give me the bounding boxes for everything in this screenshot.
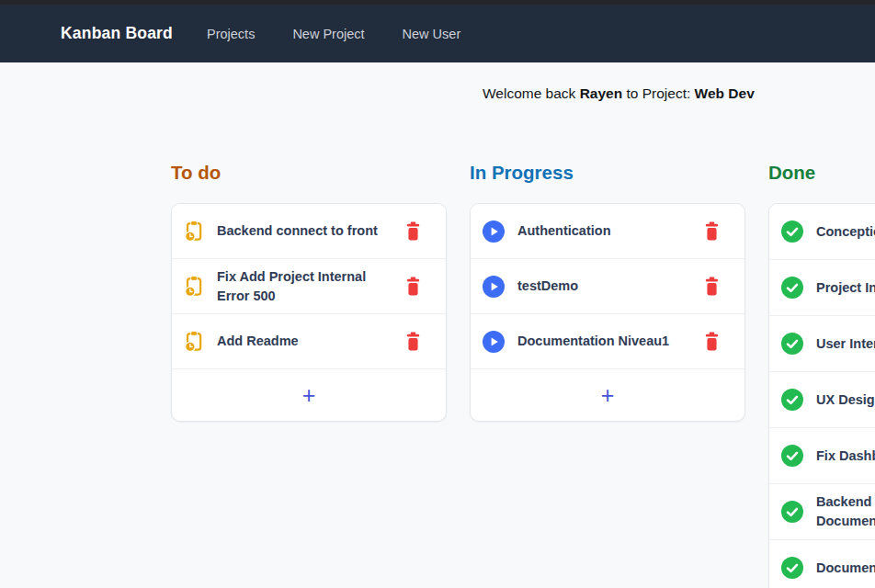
task-row[interactable]: testDemo xyxy=(471,259,744,314)
task-label: Fix Dashboard xyxy=(816,447,875,466)
welcome-project-name: Web Dev xyxy=(695,85,755,101)
clipboard-clock-icon xyxy=(184,330,204,353)
task-list-done: Conception Project Init xyxy=(768,203,875,588)
task-list-in-progress: Authentication testDemo xyxy=(470,203,745,422)
play-circle-icon xyxy=(483,220,505,243)
task-label: Backend connect to front xyxy=(217,221,378,241)
trash-icon xyxy=(404,220,422,242)
nav-links: Projects New Project New User xyxy=(207,27,460,41)
task-row[interactable]: Fix Add Project Internal Error 500 xyxy=(172,259,446,314)
trash-icon xyxy=(404,276,422,297)
delete-task-button[interactable] xyxy=(404,276,423,298)
column-title-in-progress: In Progress xyxy=(470,161,745,184)
nav-link-new-project[interactable]: New Project xyxy=(292,27,364,41)
delete-task-button[interactable] xyxy=(703,331,722,353)
task-row[interactable]: Authentication xyxy=(471,204,744,259)
task-label: testDemo xyxy=(517,277,578,296)
check-circle-icon xyxy=(781,445,803,467)
trash-icon xyxy=(703,331,721,352)
clipboard-clock-icon xyxy=(184,275,204,298)
welcome-middle: to Project: xyxy=(622,85,694,101)
trash-icon xyxy=(703,220,721,242)
task-label: Documentation Niveau1 xyxy=(517,332,669,351)
add-task-button[interactable]: + xyxy=(471,369,744,421)
task-row[interactable]: Add Readme xyxy=(172,314,446,369)
task-row[interactable]: Fix Dashboard xyxy=(769,428,875,484)
play-circle-icon xyxy=(483,276,505,298)
task-row[interactable]: Backend Endpoints Documentation xyxy=(769,484,875,540)
task-label: Documentation xyxy=(816,559,875,578)
clipboard-clock-icon xyxy=(184,220,204,243)
check-circle-icon xyxy=(781,557,803,579)
task-label: Fix Add Project Internal Error 500 xyxy=(217,267,390,306)
task-label: Add Readme xyxy=(217,332,299,351)
task-label: User Interface xyxy=(816,334,875,354)
delete-task-button[interactable] xyxy=(703,276,722,298)
task-label: Backend Endpoints Documentation xyxy=(816,492,875,531)
column-title-done: Done xyxy=(768,161,875,184)
check-circle-icon xyxy=(781,389,803,411)
check-circle-icon xyxy=(781,220,803,243)
nav-link-new-user[interactable]: New User xyxy=(403,27,461,41)
delete-task-button[interactable] xyxy=(404,220,423,243)
welcome-username: Rayen xyxy=(580,85,623,101)
kanban-column-done: Done Conception xyxy=(768,161,875,588)
kanban-column-todo: To do Backend connect to front xyxy=(171,161,447,422)
plus-icon: + xyxy=(601,382,615,409)
column-title-todo: To do xyxy=(171,161,447,184)
task-list-todo: Backend connect to front Fix Add Project… xyxy=(171,203,447,422)
play-circle-icon xyxy=(483,331,505,353)
trash-icon xyxy=(404,331,422,352)
task-label: UX Design xyxy=(816,390,875,410)
task-row[interactable]: Project Init xyxy=(769,260,875,316)
task-row[interactable]: Backend connect to front xyxy=(172,204,446,259)
task-row[interactable]: Documentation Niveau1 xyxy=(471,314,744,369)
check-circle-icon xyxy=(781,333,803,355)
trash-icon xyxy=(703,276,721,297)
delete-task-button[interactable] xyxy=(703,220,722,243)
task-label: Conception xyxy=(816,222,875,242)
task-label: Authentication xyxy=(517,221,611,241)
check-circle-icon xyxy=(781,501,803,523)
navbar: Kanban Board Projects New Project New Us… xyxy=(0,5,875,62)
brand-link[interactable]: Kanban Board xyxy=(61,24,173,43)
check-circle-icon xyxy=(781,277,803,299)
task-row[interactable]: Documentation xyxy=(769,540,875,588)
delete-task-button[interactable] xyxy=(404,331,423,353)
welcome-prefix: Welcome back xyxy=(483,85,580,101)
task-label: Project Init xyxy=(816,278,875,298)
welcome-message: Welcome back Rayen to Project: Web Dev xyxy=(483,85,755,102)
kanban-column-in-progress: In Progress Authentication xyxy=(470,161,745,422)
task-row[interactable]: Conception xyxy=(769,204,875,260)
task-row[interactable]: User Interface xyxy=(769,316,875,372)
plus-icon: + xyxy=(302,382,316,409)
nav-link-projects[interactable]: Projects xyxy=(207,27,255,41)
task-row[interactable]: UX Design xyxy=(769,372,875,428)
add-task-button[interactable]: + xyxy=(172,369,446,421)
